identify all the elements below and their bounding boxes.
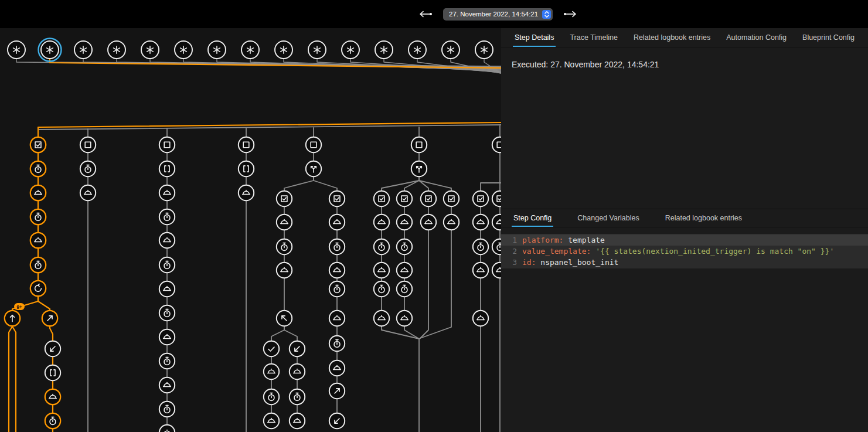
trigger-node[interactable] bbox=[409, 41, 426, 59]
timer-node[interactable] bbox=[159, 353, 175, 369]
timer-node[interactable] bbox=[492, 239, 501, 254]
checkbox-node[interactable] bbox=[329, 191, 345, 206]
dome-node[interactable] bbox=[159, 377, 175, 393]
timer-node[interactable] bbox=[30, 161, 46, 176]
dome-node[interactable] bbox=[421, 215, 436, 230]
dome-node[interactable] bbox=[290, 364, 305, 379]
trigger-node[interactable] bbox=[308, 41, 326, 59]
timer-node[interactable] bbox=[159, 209, 175, 224]
timer-node[interactable] bbox=[30, 257, 46, 273]
dome-node[interactable] bbox=[159, 425, 175, 432]
trace-date-selector[interactable]: 27. November 2022, 14:54:21 bbox=[443, 8, 553, 21]
trigger-node[interactable] bbox=[275, 41, 292, 59]
arrow-up-left-node[interactable] bbox=[277, 311, 292, 326]
timer-node[interactable] bbox=[397, 239, 412, 254]
next-trace-button[interactable] bbox=[562, 9, 578, 19]
trigger-node[interactable] bbox=[475, 41, 493, 59]
trigger-node[interactable] bbox=[208, 41, 226, 59]
checkbox-node[interactable] bbox=[277, 191, 292, 206]
square-node[interactable] bbox=[159, 137, 175, 152]
timer-node[interactable] bbox=[374, 239, 389, 254]
timer-node[interactable] bbox=[159, 305, 175, 321]
timer-node[interactable] bbox=[329, 239, 345, 254]
trigger-node[interactable] bbox=[39, 39, 62, 62]
dome-node[interactable] bbox=[473, 311, 488, 326]
dome-node[interactable] bbox=[397, 311, 412, 326]
dome-node[interactable] bbox=[159, 281, 175, 297]
trigger-node[interactable] bbox=[241, 41, 259, 59]
dome-node[interactable] bbox=[30, 185, 46, 200]
square-node[interactable] bbox=[239, 137, 254, 152]
square-node[interactable] bbox=[306, 137, 321, 152]
arrow-up-right-node[interactable] bbox=[42, 311, 57, 326]
dome-node[interactable] bbox=[45, 389, 60, 404]
trigger-node[interactable] bbox=[342, 41, 359, 59]
trigger-node[interactable] bbox=[8, 41, 25, 59]
dome-node[interactable] bbox=[374, 263, 389, 278]
brackets-node[interactable] bbox=[239, 161, 254, 176]
dome-node[interactable] bbox=[473, 263, 488, 278]
trigger-node[interactable] bbox=[175, 41, 192, 59]
trigger-node[interactable] bbox=[375, 41, 393, 59]
brackets-node[interactable] bbox=[159, 161, 175, 176]
tab-step-config[interactable]: Step Config bbox=[512, 209, 553, 227]
square-node[interactable] bbox=[80, 137, 96, 152]
timer-node[interactable] bbox=[80, 161, 96, 176]
dome-node[interactable] bbox=[374, 311, 389, 326]
timer-node[interactable] bbox=[329, 336, 345, 351]
dome-node[interactable] bbox=[473, 215, 488, 230]
dome-node[interactable] bbox=[492, 263, 501, 278]
tab-trace-timeline[interactable]: Trace Timeline bbox=[568, 28, 619, 47]
timer-node[interactable] bbox=[290, 389, 305, 404]
checkbox-node[interactable] bbox=[397, 191, 412, 206]
timer-node[interactable] bbox=[374, 281, 389, 297]
square-node[interactable] bbox=[492, 137, 501, 152]
dome-node[interactable] bbox=[374, 215, 389, 230]
arrow-down-left-node[interactable] bbox=[329, 413, 345, 428]
dome-node[interactable] bbox=[239, 185, 254, 200]
tab-related-logbook-entries[interactable]: Related logbook entries bbox=[663, 209, 744, 227]
dome-node[interactable] bbox=[397, 263, 412, 278]
dome-node[interactable] bbox=[80, 185, 96, 200]
checkbox-node[interactable] bbox=[444, 191, 459, 206]
step-config-code[interactable]: 1platform: template2value_template: '{{ … bbox=[501, 234, 868, 268]
dome-node[interactable] bbox=[329, 263, 345, 278]
arrow-up-node[interactable]: 9+ bbox=[5, 303, 25, 326]
checkbox-node[interactable] bbox=[421, 191, 436, 206]
dome-node[interactable] bbox=[329, 360, 345, 376]
tab-changed-variables[interactable]: Changed Variables bbox=[576, 209, 641, 227]
brackets-node[interactable] bbox=[45, 365, 60, 380]
dome-node[interactable] bbox=[30, 233, 46, 248]
timer-node[interactable] bbox=[264, 389, 279, 404]
check-node[interactable] bbox=[264, 341, 279, 356]
tab-automation-config[interactable]: Automation Config bbox=[724, 28, 788, 47]
square-node[interactable] bbox=[411, 137, 427, 152]
dome-node[interactable] bbox=[329, 215, 345, 230]
dome-node[interactable] bbox=[264, 364, 279, 379]
checkbox-node[interactable] bbox=[473, 191, 488, 206]
repeat-node[interactable] bbox=[30, 281, 46, 296]
dome-node[interactable] bbox=[159, 233, 175, 248]
dome-node[interactable] bbox=[290, 413, 305, 428]
timer-node[interactable] bbox=[159, 257, 175, 273]
split-node[interactable] bbox=[411, 161, 427, 176]
checkbox-node[interactable] bbox=[30, 137, 46, 152]
dome-node[interactable] bbox=[277, 263, 292, 278]
dome-node[interactable] bbox=[277, 215, 292, 230]
timer-node[interactable] bbox=[159, 402, 175, 417]
dome-node[interactable] bbox=[329, 311, 345, 326]
tab-step-details[interactable]: Step Details bbox=[513, 28, 556, 47]
timer-node[interactable] bbox=[397, 281, 412, 297]
tab-blueprint-config[interactable]: Blueprint Config bbox=[801, 28, 856, 47]
trigger-node[interactable] bbox=[74, 41, 92, 59]
timer-node[interactable] bbox=[45, 413, 60, 428]
dome-node[interactable] bbox=[444, 215, 459, 230]
timer-node[interactable] bbox=[277, 239, 292, 254]
split-node[interactable] bbox=[306, 161, 321, 176]
dome-node[interactable] bbox=[492, 215, 501, 230]
trigger-node[interactable] bbox=[108, 41, 125, 59]
dome-node[interactable] bbox=[159, 185, 175, 200]
arrow-up-right-node[interactable] bbox=[329, 383, 345, 399]
timer-node[interactable] bbox=[473, 239, 488, 254]
arrow-down-left-node[interactable] bbox=[45, 341, 60, 356]
